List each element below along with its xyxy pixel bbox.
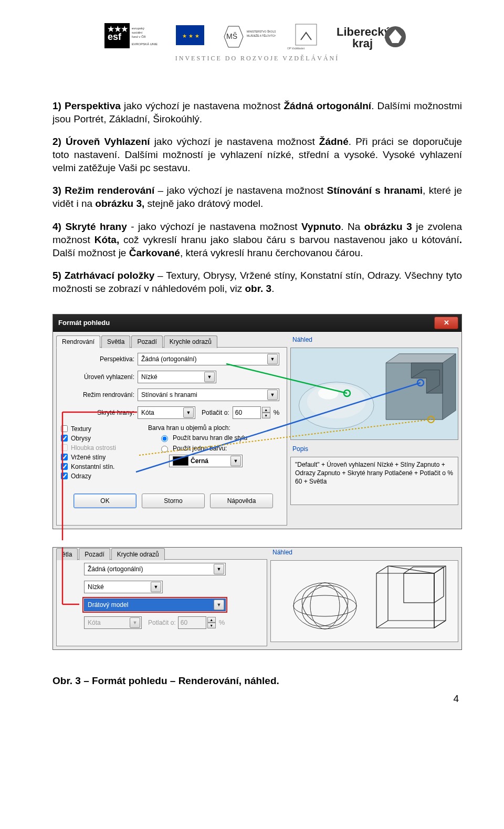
combo-uroven[interactable]: Nízké ▼: [138, 371, 216, 383]
chk-textury[interactable]: Textury: [61, 425, 140, 433]
dialog-title: Formát pohledu: [58, 319, 110, 327]
input-potlacit-2: 60: [178, 616, 206, 629]
logo-esf: ★★★ esf evropský sociální fond v ČR EVRO…: [104, 21, 162, 53]
label-potlacit-2: Potlačit o:: [148, 619, 176, 626]
tabs-2: ětla Pozadí Krychle odrazů: [56, 548, 267, 560]
tab-pozadi[interactable]: Pozadí: [131, 335, 162, 348]
chevron-down-icon: ▼: [204, 372, 215, 382]
combo-skryte-2: Kóta ▼: [84, 616, 142, 629]
nahled-label: Náhled: [290, 335, 458, 344]
label-uroven: Úroveň vyhlazení:: [61, 373, 138, 381]
chevron-down-icon: ▼: [230, 456, 241, 466]
tabs: Rendrování Světla Pozadí Krychle odrazů: [56, 335, 287, 348]
svg-text:EVROPSKÁ UNIE: EVROPSKÁ UNIE: [132, 43, 158, 46]
svg-point-19: [307, 384, 366, 419]
chk-konstantni-stin[interactable]: Konstantní stín.: [61, 463, 140, 470]
combo-skryte[interactable]: Kóta ▼: [138, 406, 195, 419]
close-button[interactable]: ✕: [434, 317, 458, 329]
label-rezim: Režim rendrování:: [61, 391, 138, 398]
tab-pozadi-2[interactable]: Pozadí: [79, 548, 110, 560]
chevron-down-icon: ▼: [214, 600, 224, 610]
close-icon: ✕: [444, 319, 449, 327]
svg-text:kraj: kraj: [352, 37, 373, 50]
format-pohledu-dialog-2: ětla Pozadí Krychle odrazů Žádná (ortogo…: [52, 547, 462, 650]
chk-hloubka: Hloubka ostrosti: [61, 444, 140, 452]
checkbox-group: Textury Obrysy Hloubka ostrosti Vržené s…: [61, 425, 140, 482]
svg-text:MINISTERSTVO ŠKOLSTVÍ,: MINISTERSTVO ŠKOLSTVÍ,: [247, 30, 276, 33]
svg-point-20: [318, 387, 339, 399]
combo-barva[interactable]: Černá ▼: [169, 455, 243, 467]
ok-button[interactable]: OK: [74, 494, 136, 508]
combo-perspektiva[interactable]: Žádná (ortogonální) ▼: [138, 353, 279, 365]
chevron-down-icon: ▼: [267, 354, 278, 364]
nahled-preview: [290, 348, 458, 440]
tab-krychle-2[interactable]: Krychle odrazů: [111, 548, 165, 560]
svg-text:evropský: evropský: [132, 27, 144, 30]
tab-rendrovani[interactable]: Rendrování: [56, 335, 100, 348]
label-barva-hran: Barva hran u objemů a ploch:: [148, 424, 282, 432]
combo-perspektiva-2[interactable]: Žádná (ortogonální) ▼: [84, 563, 226, 575]
chevron-down-icon: ▼: [130, 617, 140, 628]
storno-button[interactable]: Storno: [142, 494, 205, 508]
chk-odrazy[interactable]: Odrazy: [61, 473, 140, 480]
logo-opvk: OP Vzdělávání: [285, 21, 327, 53]
chk-obrysy[interactable]: Obrysy: [61, 435, 140, 442]
nahled-preview-2: [270, 560, 458, 642]
label-perspektiva: Perspektiva:: [61, 355, 138, 363]
radio-jedna-barva[interactable]: Použít jednu barvu:: [159, 444, 282, 453]
chevron-down-icon: ▼: [183, 407, 194, 418]
figure-caption: Obr. 3 – Formát pohledu – Renderování, n…: [52, 675, 462, 687]
tab-svetla-2[interactable]: ětla: [56, 548, 78, 560]
label-percent-2: %: [216, 618, 225, 626]
body-text: 1) Perspektiva jako výchozí je nastavena…: [52, 99, 462, 295]
format-pohledu-dialog: Formát pohledu ✕ Rendrování Světla Pozad…: [52, 314, 462, 529]
combo-rezim[interactable]: Stínování s hranami ▼: [138, 389, 279, 401]
chevron-down-icon: ▼: [151, 582, 161, 592]
logo-eu-flag: ★ ★ ★: [172, 21, 208, 53]
combo-uroven-2[interactable]: Nízké ▼: [84, 581, 163, 593]
svg-text:MŠ: MŠ: [226, 32, 237, 40]
popis-text: "Default" + Úroveň vyhlazení Nízké + Stí…: [290, 457, 458, 505]
napoveda-button[interactable]: Nápověda: [210, 494, 273, 508]
svg-text:MLÁDEŽE A TĚLOVÝCHOVY: MLÁDEŽE A TĚLOVÝCHOVY: [247, 34, 276, 37]
svg-rect-12: [296, 24, 317, 45]
spinner-potlacit-2: ▲▼: [207, 617, 216, 628]
spinner-potlacit[interactable]: ▲▼: [262, 407, 270, 418]
tab-svetla[interactable]: Světla: [101, 335, 130, 348]
logo-msmt: MŠ MINISTERSTVO ŠKOLSTVÍ, MLÁDEŽE A TĚLO…: [218, 21, 276, 53]
svg-rect-33: [278, 561, 451, 642]
nahled-label-2: Náhled: [270, 548, 458, 557]
svg-text:esf: esf: [108, 32, 122, 42]
svg-text:OP Vzdělávání: OP Vzdělávání: [287, 47, 305, 50]
chevron-down-icon: ▼: [214, 564, 224, 574]
color-swatch-icon: [173, 456, 188, 466]
svg-text:fond v ČR: fond v ČR: [132, 35, 146, 38]
titlebar[interactable]: Formát pohledu ✕: [53, 314, 461, 332]
radio-barva-dle-stylu[interactable]: Použít barvu hran dle stylu: [159, 434, 282, 442]
label-skryte: Skryté hrany:: [61, 409, 138, 416]
logo-strip: ★★★ esf evropský sociální fond v ČR EVRO…: [52, 21, 462, 53]
logo-liberecky-kraj: Liberecký kraj: [337, 21, 410, 53]
svg-marker-23: [443, 354, 456, 419]
label-percent: %: [270, 408, 280, 416]
tab-krychle-odrazu[interactable]: Krychle odrazů: [164, 335, 217, 348]
popis-label: Popis: [290, 444, 458, 454]
invest-tagline: INVESTICE DO ROZVOJE VZDĚLÁVÁNÍ: [52, 55, 462, 62]
chk-vrzene-stiny[interactable]: Vržené stíny: [61, 454, 140, 461]
svg-text:sociální: sociální: [132, 31, 143, 34]
page-number: 4: [52, 693, 462, 705]
input-potlacit[interactable]: 60: [233, 406, 261, 419]
label-potlacit: Potlačit o:: [202, 409, 233, 416]
combo-rezim-2[interactable]: Drátový model ▼: [84, 599, 226, 611]
chevron-down-icon: ▼: [267, 390, 278, 400]
svg-text:★ ★ ★: ★ ★ ★: [182, 33, 200, 39]
